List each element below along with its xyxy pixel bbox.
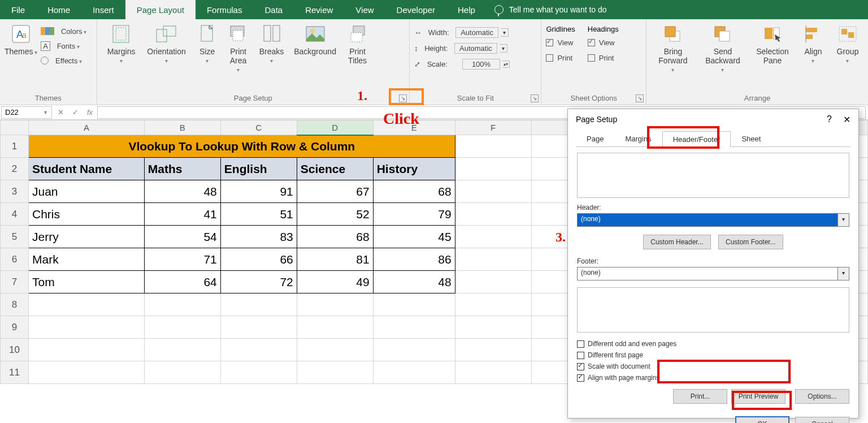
row-header-1[interactable]: 1 [1, 135, 29, 158]
scale-launcher[interactable]: ↘ [531, 94, 539, 102]
fonts-button[interactable]: A Fonts [41, 40, 86, 52]
row-header-6[interactable]: 6 [1, 248, 29, 271]
cell-C5[interactable]: 83 [220, 226, 297, 248]
cell-B7[interactable]: 64 [144, 271, 220, 293]
print-area-button[interactable]: Print Area [223, 23, 254, 73]
bring-forward-button[interactable]: Bring Forward [651, 23, 695, 73]
cell-D5[interactable]: 68 [297, 226, 373, 248]
cell-B6[interactable]: 71 [144, 248, 220, 271]
print-preview-button[interactable]: Print Preview [731, 389, 786, 404]
menu-page-layout[interactable]: Page Layout [125, 0, 196, 19]
cb-diff-odd-even[interactable]: Different odd and even pages [577, 338, 849, 349]
menu-review[interactable]: Review [294, 0, 344, 19]
print-titles-button[interactable]: Print Titles [341, 23, 374, 65]
row-header-7[interactable]: 7 [1, 271, 29, 293]
header-combo[interactable]: (none) ▾ [577, 213, 849, 227]
footer-combo[interactable]: (none) ▾ [577, 267, 849, 280]
cancel-button[interactable]: Cancel [795, 417, 849, 423]
headings-print-checkbox[interactable]: Print [588, 51, 619, 64]
page-setup-launcher[interactable]: ↘ [399, 94, 407, 102]
margins-button[interactable]: Margins [102, 23, 141, 64]
cell-D7[interactable]: 49 [297, 271, 373, 293]
height-dropdown[interactable]: ▾ [500, 44, 507, 53]
cell-A5[interactable]: Jerry [28, 226, 144, 248]
cell-C4[interactable]: 51 [220, 203, 297, 226]
scale-spinner[interactable]: ▴▾ [502, 61, 510, 68]
cell-D4[interactable]: 52 [297, 203, 373, 226]
title-cell[interactable]: Vlookup To Lookup With Row & Column [28, 135, 455, 158]
tab-page[interactable]: Page [576, 131, 614, 146]
effects-button[interactable]: Effects [41, 54, 86, 67]
name-box[interactable]: D22▼ [1, 106, 52, 119]
custom-header-button[interactable]: Custom Header... [643, 235, 710, 249]
fx-icon[interactable]: fx [83, 108, 97, 116]
print-button[interactable]: Print... [673, 389, 727, 404]
cb-scale-doc[interactable]: Scale with document [577, 361, 849, 372]
row-header-8[interactable]: 8 [1, 293, 29, 316]
tab-header-footer[interactable]: Header/Footer [662, 131, 731, 147]
tab-margins[interactable]: Margins [614, 131, 662, 146]
cell-A6[interactable]: Mark [28, 248, 144, 271]
cell-D6[interactable]: 81 [297, 248, 373, 271]
cell-B5[interactable]: 54 [144, 226, 220, 248]
menu-view[interactable]: View [344, 0, 385, 19]
tab-sheet[interactable]: Sheet [731, 131, 771, 146]
gridlines-view-checkbox[interactable]: View [546, 36, 575, 49]
menu-help[interactable]: Help [446, 0, 487, 19]
row-header-2[interactable]: 2 [1, 158, 29, 180]
cancel-icon[interactable]: ✕ [53, 108, 68, 116]
orientation-button[interactable]: Orientation [141, 23, 192, 64]
col-header-A[interactable]: A [28, 120, 144, 135]
hdr-science[interactable]: Science [297, 158, 373, 180]
dialog-help-icon[interactable]: ? [827, 114, 832, 125]
col-header-F[interactable]: F [455, 120, 531, 135]
cell-E4[interactable]: 79 [373, 203, 455, 226]
row-header-11[interactable]: 11 [1, 361, 29, 384]
cell-C7[interactable]: 72 [220, 271, 297, 293]
cell-C6[interactable]: 66 [220, 248, 297, 271]
tell-me-search[interactable]: Tell me what you want to do [487, 0, 615, 19]
cb-align-margins[interactable]: Align with page margins [577, 372, 849, 383]
headings-view-checkbox[interactable]: View [588, 36, 619, 49]
select-all-corner[interactable] [1, 120, 29, 135]
menu-developer[interactable]: Developer [385, 0, 446, 19]
menu-formulas[interactable]: Formulas [196, 0, 254, 19]
cell-C3[interactable]: 91 [220, 180, 297, 203]
height-value[interactable]: Automatic [454, 43, 497, 54]
group-button[interactable]: Group [832, 23, 863, 64]
send-backward-button[interactable]: Send Backward [698, 23, 747, 73]
hdr-student-name[interactable]: Student Name [28, 158, 144, 180]
ok-button[interactable]: OK [735, 416, 789, 423]
col-header-E[interactable]: E [373, 120, 455, 135]
footer-combo-dropdown[interactable]: ▾ [838, 267, 849, 280]
row-header-4[interactable]: 4 [1, 203, 29, 226]
menu-insert[interactable]: Insert [81, 0, 125, 19]
col-header-D[interactable]: D [297, 120, 373, 135]
cb-diff-first[interactable]: Different first page [577, 349, 849, 361]
selection-pane-button[interactable]: Selection Pane [750, 23, 795, 65]
menu-home[interactable]: Home [36, 0, 81, 19]
menu-file[interactable]: File [0, 0, 36, 19]
cell-B3[interactable]: 48 [144, 180, 220, 203]
col-header-B[interactable]: B [144, 120, 220, 135]
row-header-10[interactable]: 10 [1, 339, 29, 361]
cell-A3[interactable]: Juan [28, 180, 144, 203]
cell-A4[interactable]: Chris [28, 203, 144, 226]
cell-A7[interactable]: Tom [28, 271, 144, 293]
options-button[interactable]: Options... [795, 389, 849, 404]
sheet-options-launcher[interactable]: ↘ [636, 94, 644, 102]
cell-E7[interactable]: 48 [373, 271, 455, 293]
custom-footer-button[interactable]: Custom Footer... [718, 235, 783, 249]
row-header-9[interactable]: 9 [1, 316, 29, 339]
cell-E6[interactable]: 86 [373, 248, 455, 271]
background-button[interactable]: Background [289, 23, 341, 56]
gridlines-print-checkbox[interactable]: Print [546, 51, 575, 64]
scale-value[interactable]: 100% [462, 59, 500, 70]
dialog-close-icon[interactable]: ✕ [843, 114, 850, 125]
row-header-5[interactable]: 5 [1, 226, 29, 248]
themes-button[interactable]: Aa Themes [5, 23, 37, 56]
hdr-maths[interactable]: Maths [144, 158, 220, 180]
hdr-english[interactable]: English [220, 158, 297, 180]
align-button[interactable]: Align [798, 23, 828, 64]
cell-B4[interactable]: 41 [144, 203, 220, 226]
